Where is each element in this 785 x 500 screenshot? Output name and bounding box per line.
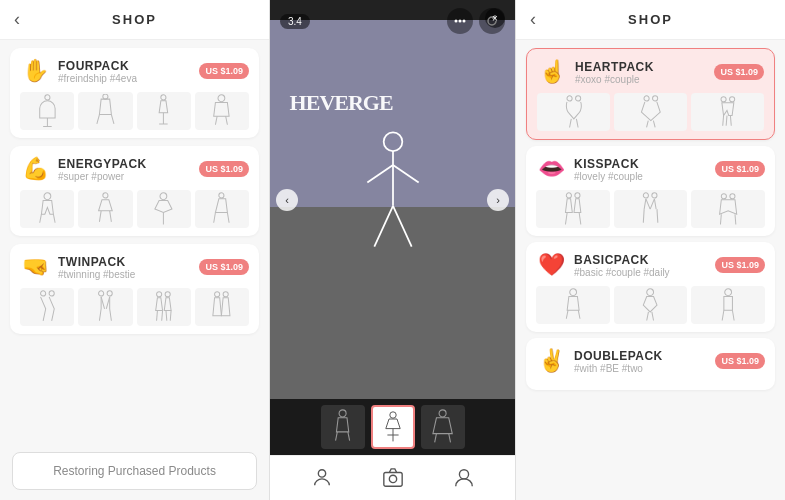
svg-line-42: [374, 205, 393, 246]
right-back-arrow[interactable]: ‹: [530, 9, 536, 30]
basicpack-thumb-3: [691, 286, 765, 324]
svg-line-69: [730, 115, 731, 125]
doublepack-info: DOUBLEPACK #with #BE #two: [574, 349, 707, 374]
heartpack-price[interactable]: US $1.09: [714, 64, 764, 80]
svg-point-36: [459, 20, 462, 23]
energypack-price[interactable]: US $1.09: [199, 161, 249, 177]
svg-point-33: [215, 292, 220, 297]
svg-line-89: [722, 310, 724, 320]
profile-icon[interactable]: [450, 464, 478, 492]
svg-point-20: [219, 193, 224, 198]
heartpack-thumbnails: [537, 93, 764, 131]
svg-line-63: [646, 121, 648, 128]
svg-point-74: [644, 193, 649, 198]
svg-line-13: [39, 214, 41, 223]
center-thumbnails: [270, 399, 515, 455]
svg-line-43: [393, 205, 412, 246]
energypack-thumb-2: [78, 190, 132, 228]
person-icon[interactable]: [308, 464, 336, 492]
svg-line-9: [216, 116, 218, 125]
svg-line-67: [722, 115, 723, 125]
fourpack-thumb-3: [137, 92, 191, 130]
svg-point-24: [49, 291, 54, 296]
center-thumb-1[interactable]: [321, 405, 365, 449]
stick-figure: [358, 130, 428, 270]
energypack-tags: #super #power: [58, 171, 191, 182]
svg-point-55: [389, 475, 396, 482]
energypack-name: ENERGYPACK: [58, 157, 191, 171]
svg-line-52: [449, 434, 451, 443]
svg-point-34: [224, 292, 229, 297]
svg-point-23: [40, 291, 45, 296]
energypack-thumb-4: [195, 190, 249, 228]
twinpack-card[interactable]: 🤜 TWINPACK #twinning #bestie US $1.09: [10, 244, 259, 334]
kisspack-info: KISSPACK #lovely #couple: [574, 157, 707, 182]
svg-point-56: [459, 470, 468, 479]
svg-line-80: [720, 214, 721, 224]
svg-line-81: [735, 214, 736, 224]
svg-point-79: [730, 194, 735, 199]
kisspack-name: KISSPACK: [574, 157, 707, 171]
svg-point-65: [721, 97, 726, 102]
svg-point-38: [383, 132, 402, 151]
svg-line-29: [157, 310, 158, 320]
energypack-card[interactable]: 💪 ENERGYPACK #super #power US $1.09: [10, 146, 259, 236]
svg-line-68: [726, 115, 727, 125]
svg-point-58: [575, 96, 580, 101]
svg-point-85: [647, 289, 654, 296]
doublepack-price[interactable]: US $1.09: [715, 353, 765, 369]
svg-point-71: [575, 193, 580, 198]
cam-more-button[interactable]: [447, 8, 473, 34]
svg-line-77: [657, 209, 658, 223]
svg-line-64: [653, 121, 655, 128]
basicpack-card[interactable]: ❤️ BASICPACK #basic #couple #daily US $1…: [526, 242, 775, 332]
left-back-arrow[interactable]: ‹: [14, 9, 20, 30]
cam-nav-left[interactable]: ‹: [276, 189, 298, 211]
right-pack-list: ☝️ HEARTPACK #xoxo #couple US $1.09: [516, 40, 785, 500]
svg-line-16: [99, 211, 101, 222]
cam-close-button[interactable]: ×: [485, 8, 505, 28]
restore-button[interactable]: Restoring Purchased Products: [12, 452, 257, 490]
kisspack-card[interactable]: 👄 KISSPACK #lovely #couple US $1.09: [526, 146, 775, 236]
basicpack-info: BASICPACK #basic #couple #daily: [574, 253, 707, 278]
svg-point-66: [729, 97, 734, 102]
twinpack-name: TWINPACK: [58, 255, 191, 269]
right-header: ‹ SHOP: [516, 0, 785, 40]
svg-line-87: [652, 312, 654, 321]
twinpack-icon: 🤜: [20, 254, 50, 280]
basicpack-tags: #basic #couple #daily: [574, 267, 707, 278]
basicpack-icon: ❤️: [536, 252, 566, 278]
cam-nav-right[interactable]: ›: [487, 189, 509, 211]
center-thumb-3[interactable]: [421, 405, 465, 449]
svg-line-10: [226, 116, 228, 125]
energypack-icon: 💪: [20, 156, 50, 182]
heartpack-card[interactable]: ☝️ HEARTPACK #xoxo #couple US $1.09: [526, 48, 775, 140]
svg-line-45: [335, 432, 337, 441]
svg-line-21: [214, 212, 216, 222]
cam-pill: 3.4: [280, 14, 310, 29]
svg-line-41: [393, 165, 419, 183]
kisspack-thumb-2: [614, 190, 688, 228]
camera-icon[interactable]: [379, 464, 407, 492]
svg-point-47: [389, 412, 395, 418]
basicpack-price[interactable]: US $1.09: [715, 257, 765, 273]
svg-line-22: [228, 212, 230, 222]
fourpack-card[interactable]: ✋ FOURPACK #freindship #4eva US $1.09: [10, 48, 259, 138]
twinpack-thumb-2: [78, 288, 132, 326]
twinpack-info: TWINPACK #twinning #bestie: [58, 255, 191, 280]
svg-point-11: [218, 95, 225, 102]
center-thumb-2[interactable]: [371, 405, 415, 449]
doublepack-card[interactable]: ✌️ DOUBLEPACK #with #BE #two US $1.09: [526, 338, 775, 390]
svg-point-35: [455, 20, 458, 23]
kisspack-thumbnails: [536, 190, 765, 228]
kisspack-price[interactable]: US $1.09: [715, 161, 765, 177]
svg-point-12: [44, 193, 51, 200]
svg-point-78: [721, 194, 726, 199]
svg-line-17: [110, 211, 112, 222]
twinpack-price[interactable]: US $1.09: [199, 259, 249, 275]
doublepack-name: DOUBLEPACK: [574, 349, 707, 363]
svg-line-30: [162, 310, 163, 320]
heartpack-name: HEARTPACK: [575, 60, 706, 74]
heartpack-thumb-3: [691, 93, 764, 131]
fourpack-price[interactable]: US $1.09: [199, 63, 249, 79]
